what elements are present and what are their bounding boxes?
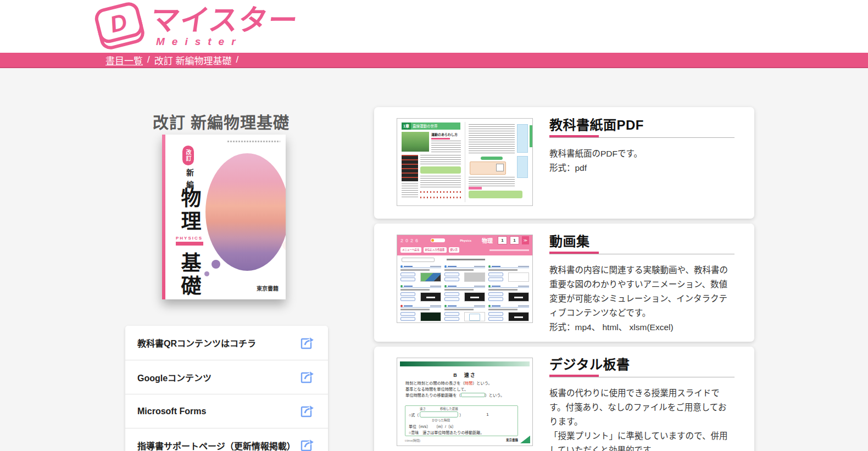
slide-formula-box: 速さ移動した距離 ○式（）1 かかった時間 単位〔m/s〕 〔m〕/〔s〕 ○意… [405, 405, 518, 436]
textbook-film-strip [402, 155, 418, 181]
textbook-margin-note [517, 156, 528, 178]
card-title: 教科書紙面PDF [549, 118, 735, 132]
format-line: 形式：mp4、 html、 xlsm(Excel) [549, 320, 735, 335]
thought-bubble-dot-large [212, 260, 220, 269]
external-link-icon [300, 438, 315, 451]
textbook-chapter-band: 1章 直線運動の世界 [402, 123, 460, 130]
link-teacher-guide-support[interactable]: 指導書サポートページ（更新情報掲載） [125, 428, 328, 451]
breadcrumb-current: 改訂 新編物理基礎 [154, 53, 232, 67]
textbook-summary-callout [469, 191, 522, 198]
cover-publisher: 東京書籍 [257, 284, 279, 292]
link-google-contents[interactable]: Googleコンテンツ [125, 360, 328, 394]
next-page-button: ≫ [522, 236, 529, 244]
thought-bubble-dot-small [204, 271, 209, 276]
book-cover: 改訂 新編 物理 PHYSICS 基礎 東京書籍 [162, 135, 286, 299]
title-rule [549, 135, 735, 138]
breadcrumb-link-booklist[interactable]: 書目一覧 [105, 53, 143, 67]
card-video-collection: 2026 Physics 物理 1 1 ≫ メニューへ戻る お気に入り作品集 使… [374, 224, 754, 342]
card-description: 板書の代わりに使用できる授業用スライドです。付箋あり、なしのファイルをご用意して… [549, 386, 735, 451]
cover-revision-badge: 改訂 [182, 146, 194, 165]
card-textbook-pdf: 1章 直線運動の世界 運動のあらわし方 [374, 107, 754, 219]
textbook-qr-box [470, 162, 506, 175]
link-qr-contents[interactable]: 教科書QRコンテンツはコチラ [125, 326, 328, 360]
video-grid [400, 265, 529, 322]
format-line: 形式：pdf [549, 161, 735, 175]
link-label: 教科書QRコンテンツはコチラ [137, 336, 300, 349]
external-link-icon [300, 404, 315, 419]
logo-subtitle: Meister [156, 36, 298, 48]
video-app-header: 2026 Physics 物理 1 1 ≫ メニューへ戻る お気に入り作品集 使… [397, 235, 532, 255]
cover-sunset-photo [205, 153, 286, 271]
seagull-icon [280, 236, 286, 265]
title-rule [549, 375, 735, 378]
link-label: 指導書サポートページ（更新情報掲載） [137, 439, 300, 451]
breadcrumb-separator: / [236, 54, 238, 65]
page: D マイスター Meister 書目一覧 / 改訂 新編物理基礎 / 改訂 新編… [0, 0, 868, 451]
card-title: デジタル板書 [549, 358, 735, 372]
logo-texts: マイスター Meister [151, 5, 298, 48]
cover-spine-stripe [162, 135, 165, 299]
quick-links-box: 教科書QRコンテンツはコチラ Googleコンテンツ Microsoft For… [125, 326, 328, 451]
link-label: Microsoft Forms [137, 407, 300, 416]
page-counter: 1 [498, 236, 507, 244]
title-rule [549, 252, 735, 255]
cover-title-basics: 基礎 [174, 252, 204, 298]
site-logo[interactable]: D マイスター Meister [91, 2, 298, 51]
answer-blank-box [461, 393, 485, 397]
link-microsoft-forms[interactable]: Microsoft Forms [125, 394, 328, 428]
card-digital-board: B 速さ 時刻と時刻との間の時の長さを（時間）という。 基準となる時間を単位時間… [374, 347, 754, 451]
cover-approval-text [227, 141, 280, 142]
site-header: D マイスター Meister [0, 0, 868, 53]
slide-body-text: 時刻と時刻との間の時の長さを（時間）という。 基準となる時間を単位時間として、 … [405, 380, 504, 398]
cover-physics-underline [176, 242, 203, 246]
card-title: 動画集 [549, 235, 735, 249]
d-cube-logo-icon: D [91, 2, 148, 51]
digital-board-thumbnail[interactable]: B 速さ 時刻と時刻との間の時の長さを（時間）という。 基準となる時間を単位時間… [397, 358, 533, 446]
slide-header-bar [400, 361, 530, 366]
slide-publisher: 東京書籍 [506, 438, 518, 442]
page-counter: 1 [510, 236, 519, 244]
textbook-photo [402, 132, 429, 152]
textbook-section-heading: 運動のあらわし方 [431, 132, 461, 140]
textbook-margin-note [517, 124, 528, 153]
card-description: 教科書紙面のPDFです。 形式：pdf [549, 147, 735, 175]
textbook-pdf-thumbnail[interactable]: 1章 直線運動の世界 運動のあらわし方 [397, 118, 533, 206]
formula-blank-box [420, 411, 458, 417]
external-link-icon [300, 370, 315, 385]
external-link-icon [300, 336, 315, 350]
slide-title: B 速さ [397, 371, 532, 378]
video-collection-thumbnail[interactable]: 2026 Physics 物理 1 1 ≫ メニューへ戻る お気に入り作品集 使… [397, 235, 533, 323]
cover-title-physics: 物理 [174, 187, 204, 233]
answer-highlight: 時間 [465, 381, 472, 386]
page-title: 改訂 新編物理基礎 [153, 110, 290, 133]
logo-title: マイスター [148, 5, 300, 35]
breadcrumb-separator: / [147, 54, 150, 65]
slide-corner-triangle [520, 436, 530, 443]
link-label: Googleコンテンツ [137, 371, 300, 384]
card-description: 教科書の内容に関連する実験動画や、教科書の重要な図のわかりやすいアニメーション、… [549, 263, 735, 335]
slide-footnote: t:time(時間) [405, 438, 420, 443]
textbook-green-callout [420, 166, 461, 174]
cover-subject-en: PHYSICS [176, 236, 203, 241]
breadcrumb: 書目一覧 / 改訂 新編物理基礎 / [0, 53, 868, 68]
